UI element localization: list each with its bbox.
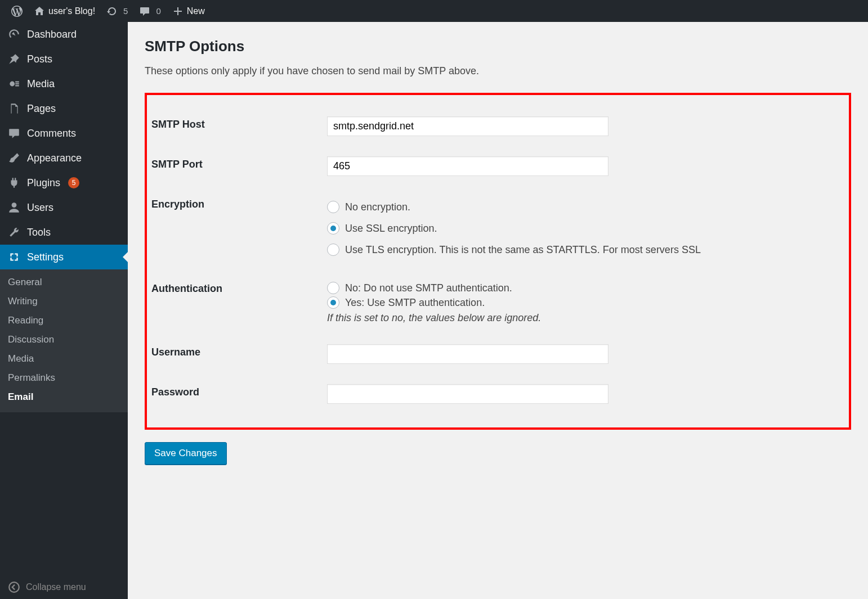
submenu-item-general[interactable]: General <box>0 273 128 292</box>
new-link[interactable]: New <box>167 0 211 22</box>
collapse-menu[interactable]: Collapse menu <box>0 575 128 599</box>
auth-option-yes[interactable]: Yes: Use SMTP authentication. <box>327 295 844 310</box>
user-icon <box>8 201 20 214</box>
comments-link[interactable]: 0 <box>133 0 166 22</box>
sidebar-item-label: Settings <box>27 251 64 263</box>
radio-icon <box>327 282 339 294</box>
encryption-option-none[interactable]: No encryption. <box>327 196 844 218</box>
sidebar-item-label: Appearance <box>27 152 82 164</box>
site-title: user's Blog! <box>48 6 95 16</box>
settings-form: SMTP Host SMTP Port Encryption No encryp… <box>151 106 844 414</box>
plugins-badge: 5 <box>68 177 79 188</box>
sidebar-item-tools[interactable]: Tools <box>0 220 128 245</box>
collapse-label: Collapse menu <box>26 582 86 592</box>
sidebar-item-plugins[interactable]: Plugins 5 <box>0 170 128 195</box>
svg-point-1 <box>12 202 17 208</box>
sidebar-item-label: Pages <box>27 103 56 115</box>
media-icon <box>8 78 20 90</box>
brush-icon <box>8 152 20 164</box>
encryption-option-ssl[interactable]: Use SSL encryption. <box>327 218 844 239</box>
smtp-port-label: SMTP Port <box>151 159 203 170</box>
comment-icon <box>8 127 20 139</box>
smtp-host-input[interactable] <box>327 116 609 136</box>
site-home-link[interactable]: user's Blog! <box>28 0 101 22</box>
smtp-options-box: SMTP Host SMTP Port Encryption No encryp… <box>145 93 851 430</box>
plugin-icon <box>8 177 20 189</box>
svg-point-2 <box>9 582 19 592</box>
username-label: Username <box>151 346 200 358</box>
submenu-item-discussion[interactable]: Discussion <box>0 330 128 349</box>
comments-count: 0 <box>156 6 160 16</box>
radio-label: Use TLS encryption. This is not the same… <box>345 244 701 256</box>
settings-submenu: General Writing Reading Discussion Media… <box>0 269 128 412</box>
sidebar-item-users[interactable]: Users <box>0 195 128 220</box>
radio-icon <box>327 201 339 213</box>
smtp-host-label: SMTP Host <box>151 119 205 130</box>
radio-icon <box>327 244 339 256</box>
sidebar-item-comments[interactable]: Comments <box>0 121 128 146</box>
sidebar-item-settings[interactable]: Settings <box>0 245 128 269</box>
auth-hint: If this is set to no, the values below a… <box>327 310 844 324</box>
sidebar-item-label: Media <box>27 78 55 90</box>
comment-icon <box>139 6 150 17</box>
submenu-item-email[interactable]: Email <box>0 388 128 407</box>
sidebar-item-posts[interactable]: Posts <box>0 47 128 71</box>
sidebar-item-pages[interactable]: Pages <box>0 96 128 121</box>
radio-icon <box>327 296 339 309</box>
wp-logo[interactable] <box>6 0 28 22</box>
pin-icon <box>8 53 20 65</box>
radio-label: Use SSL encryption. <box>345 223 437 235</box>
sidebar-item-label: Tools <box>27 227 51 238</box>
submenu-item-permalinks[interactable]: Permalinks <box>0 368 128 388</box>
main-content: SMTP Options These options only apply if… <box>128 22 868 599</box>
pages-icon <box>8 102 20 115</box>
collapse-icon <box>8 581 20 593</box>
section-description: These options only apply if you have cho… <box>145 65 851 77</box>
smtp-port-input[interactable] <box>327 156 609 176</box>
password-input[interactable] <box>327 384 609 404</box>
submenu-item-media[interactable]: Media <box>0 349 128 368</box>
sidebar-item-label: Comments <box>27 128 76 139</box>
save-button[interactable]: Save Changes <box>145 442 227 465</box>
radio-icon <box>327 222 339 235</box>
new-label: New <box>187 6 205 16</box>
dashboard-icon <box>8 28 20 40</box>
svg-point-0 <box>10 82 15 87</box>
submenu-item-writing[interactable]: Writing <box>0 292 128 311</box>
submenu-item-reading[interactable]: Reading <box>0 311 128 330</box>
settings-icon <box>8 251 20 263</box>
sidebar-item-label: Plugins <box>27 177 60 189</box>
sidebar-item-media[interactable]: Media <box>0 71 128 96</box>
updates-link[interactable]: 5 <box>101 0 133 22</box>
radio-label: No: Do not use SMTP authentication. <box>345 282 512 294</box>
home-icon <box>34 6 45 17</box>
radio-label: No encryption. <box>345 201 410 213</box>
auth-option-no[interactable]: No: Do not use SMTP authentication. <box>327 281 844 295</box>
wrench-icon <box>8 226 20 238</box>
sidebar-item-dashboard[interactable]: Dashboard <box>0 22 128 47</box>
admin-sidebar: Dashboard Posts Media Pages Comments App… <box>0 22 128 599</box>
radio-label: Yes: Use SMTP authentication. <box>345 297 485 309</box>
admin-bar: user's Blog! 5 0 New <box>0 0 868 22</box>
updates-count: 5 <box>123 6 128 16</box>
section-title: SMTP Options <box>145 38 851 55</box>
refresh-icon <box>106 6 118 17</box>
sidebar-item-label: Posts <box>27 53 52 65</box>
sidebar-item-label: Dashboard <box>27 29 77 40</box>
auth-label: Authentication <box>151 283 222 294</box>
password-label: Password <box>151 386 199 398</box>
encryption-option-tls[interactable]: Use TLS encryption. This is not the same… <box>327 239 844 260</box>
plus-icon <box>172 6 184 17</box>
encryption-label: Encryption <box>151 199 204 210</box>
sidebar-item-appearance[interactable]: Appearance <box>0 146 128 170</box>
sidebar-item-label: Users <box>27 202 53 214</box>
wordpress-icon <box>11 6 23 17</box>
username-input[interactable] <box>327 344 609 364</box>
